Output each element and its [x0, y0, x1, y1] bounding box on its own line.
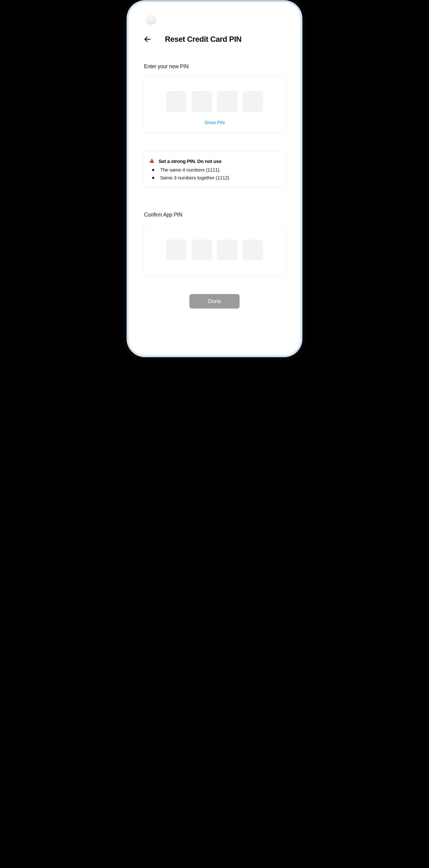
- confirm-pin-label: Confirm App PIN: [143, 212, 286, 218]
- done-button[interactable]: Done: [190, 294, 239, 308]
- show-pin-toggle[interactable]: Show PIN: [151, 120, 278, 125]
- warning-title: Set a strong PIN. Do not use: [159, 158, 222, 164]
- confirm-pin-digit-4[interactable]: [242, 240, 263, 260]
- content-area: Enter your new PIN Show PIN Set a: [140, 63, 289, 308]
- new-pin-digit-1[interactable]: [166, 91, 187, 112]
- confirm-pin-row: [151, 240, 278, 260]
- bullet-icon: [152, 177, 154, 179]
- warning-header: Set a strong PIN. Do not use: [149, 158, 280, 164]
- confirm-pin-digit-3[interactable]: [217, 240, 237, 260]
- new-pin-row: [151, 91, 278, 112]
- warning-rule-item: Same 3 numbers together (1112): [150, 175, 280, 181]
- back-arrow-icon[interactable]: [143, 35, 152, 43]
- phone-frame: Reset Credit Card PIN Enter your new PIN…: [129, 2, 300, 355]
- front-camera: [146, 15, 156, 25]
- confirm-pin-digit-1[interactable]: [166, 240, 187, 260]
- pin-strength-warning: Set a strong PIN. Do not use The same 4 …: [143, 152, 286, 187]
- page-title: Reset Credit Card PIN: [165, 35, 241, 43]
- confirm-pin-card: [143, 224, 286, 276]
- warning-rules-list: The same 4 numbers (1111) Same 3 numbers…: [149, 167, 280, 181]
- confirm-pin-digit-2[interactable]: [192, 240, 212, 260]
- new-pin-digit-2[interactable]: [192, 91, 212, 112]
- new-pin-digit-4[interactable]: [242, 91, 263, 112]
- new-pin-label: Enter your new PIN: [143, 63, 286, 70]
- svg-point-2: [152, 161, 152, 162]
- warning-rule-text: The same 4 numbers (1111): [160, 167, 219, 173]
- warning-rule-item: The same 4 numbers (1111): [150, 167, 280, 173]
- new-pin-card: Show PIN: [143, 76, 286, 133]
- header-bar: Reset Credit Card PIN: [140, 35, 289, 43]
- new-pin-digit-3[interactable]: [217, 91, 237, 112]
- warning-triangle-icon: [149, 158, 155, 164]
- bullet-icon: [152, 169, 154, 171]
- svg-rect-1: [152, 160, 152, 161]
- warning-rule-text: Same 3 numbers together (1112): [160, 175, 229, 181]
